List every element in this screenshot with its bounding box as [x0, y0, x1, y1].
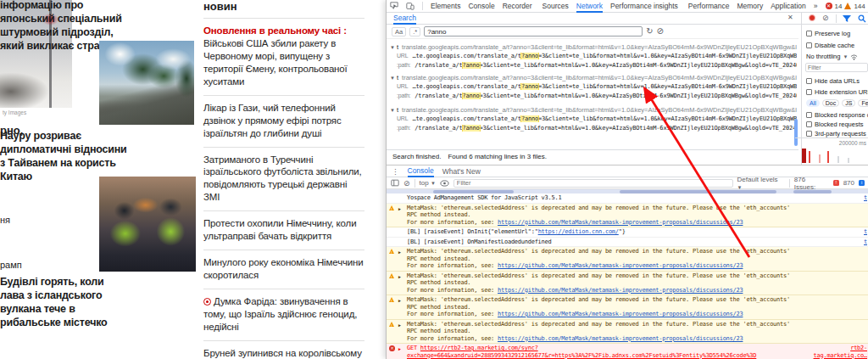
device-toolbar-icon[interactable]	[406, 2, 415, 10]
type-filter-js[interactable]: JS	[842, 99, 855, 107]
checkbox[interactable]	[806, 31, 812, 36]
list-item[interactable]: Бруней зупинився на королівському весілл…	[203, 340, 364, 359]
blocked-response-checkbox[interactable]: Blocked response co	[806, 111, 868, 119]
source-link[interactable]: rtb2-tag.marketiq.co…y%3D554%26cod	[803, 345, 867, 359]
context-selector[interactable]: top ▼	[420, 179, 436, 187]
expand-triangle-icon[interactable]: ▶	[398, 345, 401, 353]
tab-performance[interactable]: Performance	[688, 0, 730, 13]
tab-elements[interactable]: Elements	[431, 0, 460, 13]
search-match-line[interactable]: :path:/translate_a/t?anno=3&client=te_li…	[397, 125, 797, 132]
scrollbar-thumb[interactable]	[433, 190, 514, 194]
console-warning-row[interactable]: ▶MetaMask: 'ethereum.selectedAddress' is…	[387, 204, 868, 228]
blocked-requests-checkbox[interactable]: Blocked requests	[806, 121, 864, 128]
type-filter-all[interactable]: All	[806, 99, 820, 107]
tab-application[interactable]: Application	[771, 0, 806, 13]
console-warning-row[interactable]: ▶MetaMask: 'ethereum.selectedAddress' is…	[387, 272, 868, 296]
inspect-element-icon[interactable]	[390, 2, 398, 10]
article-photo-palms[interactable]	[99, 41, 194, 125]
refresh-search-icon[interactable]: ↻	[646, 27, 653, 36]
third-party-checkbox[interactable]: 3rd-party requests	[806, 130, 866, 137]
console-sidebar-icon[interactable]	[391, 179, 399, 187]
tab-memory[interactable]: Memory	[737, 0, 763, 13]
match-case-toggle[interactable]: Aa	[392, 27, 406, 36]
tab-recorder[interactable]: Recorder	[503, 0, 532, 13]
log-levels-dropdown[interactable]: Default levels ▼	[737, 176, 785, 191]
checkbox[interactable]	[806, 131, 812, 137]
list-item[interactable]: Протести охопили Німеччину, коли ультрап…	[203, 210, 364, 250]
network-overview-timeline[interactable]: 200000 ms	[795, 137, 868, 165]
log-link[interactable]: https://edition.cnn.com/	[538, 228, 619, 235]
tab-sources[interactable]: Sources	[542, 0, 569, 13]
checkbox[interactable]	[806, 78, 812, 84]
tab-performance-insights[interactable]: Performance insights	[610, 0, 678, 13]
search-match-line[interactable]: :path:/translate_a/t?anno=3&client=te_li…	[397, 93, 797, 99]
warning-link[interactable]: https://github.com/MetaMask/metamask-imp…	[498, 262, 743, 269]
expand-triangle-icon[interactable]: ▶	[398, 205, 401, 213]
search-result-file[interactable]: ▼ttranslate.googleapis.com/translate_a/t…	[390, 74, 797, 81]
console-warning-row[interactable]: ▶MetaMask: 'ethereum.selectedAddress' is…	[387, 247, 868, 272]
hide-extension-urls-checkbox[interactable]: Hide extension URLs	[806, 88, 868, 96]
kebab-menu-icon[interactable]: ⋮	[392, 167, 399, 176]
type-filter-doc[interactable]: Doc	[822, 99, 839, 107]
scrollbar-thumb[interactable]	[793, 190, 832, 194]
list-item-opinion[interactable]: Думка Фаріда: звинувачення в тому, що Із…	[203, 289, 364, 340]
more-tabs-chevron[interactable]: »	[814, 2, 818, 10]
checkbox[interactable]	[806, 89, 812, 95]
expand-triangle-icon[interactable]: ▶	[398, 322, 401, 329]
disable-cache-checkbox[interactable]: Disable cache	[806, 42, 854, 49]
search-result-file[interactable]: ▼ttranslate.googleapis.com/translate_a/t…	[390, 106, 797, 114]
console-warning-row[interactable]: ▶MetaMask: 'ethereum.selectedAddress' is…	[387, 320, 868, 345]
expand-triangle-icon[interactable]: ▶	[398, 297, 401, 305]
scrollbar-thumb[interactable]	[620, 190, 776, 194]
console-log-row[interactable]: [BL] [raiseEvent] OnInit{"elementUrl":"h…	[387, 227, 868, 238]
clear-console-icon[interactable]: ⊘	[403, 179, 410, 188]
source-link[interactable]: t	[864, 238, 867, 246]
search-match-line[interactable]: URL…te.googleapis.com/translate_a/t?anno…	[397, 53, 797, 59]
console-error-row[interactable]: ✕▶GET https://rtb2-tag.marketiq.com/sync…	[387, 344, 868, 359]
console-filter-input[interactable]	[453, 179, 733, 188]
warning-link[interactable]: https://github.com/MetaMask/metamask-imp…	[498, 219, 743, 226]
list-item[interactable]: Лікар із Гази, чий телефонний дзвінок у …	[203, 95, 364, 147]
drawer-tab-console[interactable]: Console	[408, 165, 434, 177]
network-conditions-icon[interactable]	[850, 53, 858, 60]
preserve-log-checkbox[interactable]: Preserve log	[806, 30, 850, 37]
expand-triangle-icon[interactable]: ▶	[398, 273, 401, 281]
checkbox[interactable]	[806, 121, 812, 127]
console-warning-row[interactable]: ▶MetaMask: 'ethereum.selectedAddress' is…	[387, 295, 868, 320]
warning-link[interactable]: https://github.com/MetaMask/metamask-imp…	[498, 311, 743, 317]
clear-search-icon[interactable]: ⊘	[657, 27, 664, 36]
source-link[interactable]: t	[864, 228, 867, 236]
console-log-row[interactable]: Yospace AdManagement SDK for JavaScript …	[387, 194, 868, 204]
expand-triangle-icon[interactable]: ▶	[398, 249, 401, 256]
tab-console[interactable]: Console	[468, 0, 494, 13]
type-filter-fetch[interactable]: Fetch/	[858, 99, 868, 107]
search-match-line[interactable]: URL…te.googleapis.com/translate_a/t?anno…	[397, 83, 797, 90]
throttling-dropdown[interactable]: No throttling▼	[806, 53, 858, 60]
list-item[interactable]: Минулого року економіка Німеччини скорот…	[203, 250, 364, 289]
search-match-line[interactable]: :path:/translate_a/t?anno=3&client=te_li…	[397, 62, 797, 69]
source-link[interactable]: t	[864, 194, 867, 202]
tab-network[interactable]: Network	[576, 0, 603, 13]
checkbox[interactable]	[806, 112, 812, 118]
warning-badge-icon[interactable]	[844, 3, 851, 9]
list-item[interactable]: Затриманого в Туреччині ізраїльського фу…	[203, 147, 364, 211]
search-result-file[interactable]: ▼ttranslate.googleapis.com/translate_a/t…	[390, 43, 797, 51]
hide-data-urls-checkbox[interactable]: Hide data URLs	[806, 77, 860, 85]
network-filter-input[interactable]	[805, 63, 868, 72]
issues-counter[interactable]: 876 Issues:	[794, 176, 829, 191]
article-photo-volcano[interactable]	[99, 177, 196, 272]
search-panel-tab[interactable]: Search	[393, 13, 416, 25]
error-url-link[interactable]: https://rtb2-tag.marketiq.com/sync?excha…	[407, 345, 756, 359]
regex-toggle[interactable]: .*	[409, 27, 420, 36]
search-match-line[interactable]: URL…te.googleapis.com/translate_a/t?anno…	[397, 115, 797, 122]
drawer-tab-whats-new[interactable]: What's New	[442, 167, 481, 176]
checkbox[interactable]	[806, 42, 812, 48]
article-headline[interactable]: Науру розриває дипломатичні відносини з …	[0, 129, 127, 183]
live-expression-eye-icon[interactable]	[440, 180, 449, 187]
close-search-icon[interactable]: ✕	[787, 14, 793, 21]
article-headline[interactable]: Будівлі горять, коли лава з ісландського…	[0, 275, 127, 329]
warning-link[interactable]: https://github.com/MetaMask/metamask-imp…	[498, 335, 743, 342]
list-item-live-update[interactable]: Оновлення в реальному часі : Військові С…	[203, 18, 364, 95]
search-input[interactable]	[424, 26, 643, 36]
console-log-row[interactable]: [BL] [raiseEvent] OnManifestLoadedundefi…	[387, 238, 868, 248]
